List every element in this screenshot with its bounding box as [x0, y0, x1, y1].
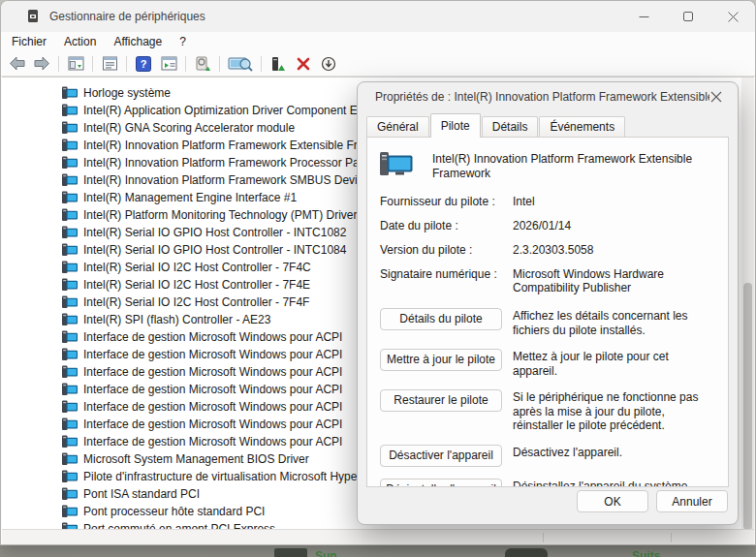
tree-item-label: Intel(R) Serial IO GPIO Host Controller …	[83, 243, 346, 257]
svg-text:?: ?	[141, 58, 147, 70]
tree-item-label: Horloge système	[83, 86, 171, 100]
driver-action-button[interactable]: Détails du pilote	[380, 308, 502, 330]
menu-item[interactable]: Action	[55, 33, 105, 50]
toolbar: ?	[1, 51, 755, 77]
action-row: Mettre à jour le pilote Mettez à jour le…	[380, 349, 716, 378]
disable-device-icon[interactable]	[318, 54, 339, 74]
tree-item-label: Interface de gestion Microsoft Windows p…	[83, 435, 342, 449]
menubar: FichierActionAffichage?	[1, 32, 755, 51]
driver-action-button[interactable]: Désactiver l'appareil	[380, 445, 502, 467]
driver-action-button[interactable]: Mettre à jour le pilote	[380, 349, 502, 371]
driver-action-description: Désinstallez l'appareil du système (avan…	[513, 479, 716, 488]
dialog-tab[interactable]: Général	[366, 116, 429, 137]
device-manager-app-icon	[25, 9, 41, 24]
back-icon[interactable]	[6, 54, 27, 74]
tree-item-label: Pont processeur hôte standard PCI	[83, 505, 265, 518]
system-device-icon	[62, 226, 78, 239]
close-button[interactable]	[710, 1, 755, 32]
tree-item-label: Intel(R) Innovation Platform Framework S…	[83, 173, 369, 187]
system-device-icon	[62, 487, 78, 501]
scan-computer-icon[interactable]	[226, 54, 255, 74]
tree-item-label: Microsoft System Management BIOS Driver	[83, 452, 309, 466]
help-icon[interactable]: ?	[133, 54, 154, 74]
system-device-icon	[62, 452, 78, 466]
tree-item-label: Intel(R) SPI (flash) Controller - AE23	[83, 313, 270, 326]
menu-item[interactable]: Affichage	[105, 33, 171, 50]
system-device-icon	[62, 365, 78, 379]
toolbar-separator	[126, 56, 127, 72]
menu-item[interactable]: Fichier	[3, 33, 55, 50]
field-value: 2026/01/14	[513, 219, 716, 232]
system-device-icon	[62, 121, 78, 135]
forward-icon[interactable]	[31, 54, 52, 74]
system-device-icon	[62, 173, 78, 187]
tree-item-label: Pont ISA standard PCI	[83, 487, 200, 501]
field-label: Signataire numérique :	[380, 267, 513, 294]
driver-fields: Fournisseur du pilote : Intel Date du pi…	[380, 195, 716, 294]
minimize-button[interactable]	[621, 1, 666, 32]
system-device-icon	[62, 330, 78, 344]
tree-scrollbar[interactable]	[741, 77, 754, 531]
field-row: Date du pilote : 2026/01/14	[380, 219, 716, 232]
screen: { "window": { "title": "Gestionnaire de …	[0, 0, 756, 557]
tree-item-label: Interface de gestion Microsoft Windows p…	[83, 348, 342, 361]
desktop-icon-label: Sun	[315, 549, 337, 557]
system-device-icon	[62, 139, 78, 152]
action-pane-icon[interactable]	[158, 54, 179, 74]
field-row: Signataire numérique : Microsoft Windows…	[380, 267, 716, 294]
uninstall-device-icon[interactable]	[293, 54, 314, 74]
system-device-icon	[62, 261, 78, 274]
tree-scrollbar-thumb[interactable]	[743, 283, 752, 530]
titlebar[interactable]: Gestionnaire de périphériques	[1, 1, 755, 32]
system-device-icon	[62, 86, 78, 100]
system-device-icon	[62, 191, 78, 204]
toolbar-separator	[261, 56, 262, 72]
field-value: Microsoft Windows Hardware Compatibility…	[513, 267, 716, 294]
action-row: Désinstaller l'appareil Désinstallez l'a…	[380, 479, 716, 488]
properties-icon[interactable]	[99, 54, 120, 74]
cancel-button[interactable]: Annuler	[656, 490, 728, 512]
system-device-icon	[62, 243, 78, 257]
system-device-icon	[62, 470, 78, 483]
update-driver-icon[interactable]	[268, 54, 289, 74]
dialog-tab[interactable]: Pilote	[430, 113, 481, 138]
console-tree-icon[interactable]	[65, 54, 86, 74]
dialog-tabs: Général Pilote Détails Événements	[358, 111, 738, 137]
dialog-title: Propriétés de : Intel(R) Innovation Plat…	[375, 90, 709, 104]
driver-action-button[interactable]: Désinstaller l'appareil	[380, 479, 502, 488]
field-value: 2.3.20303.5058	[513, 243, 716, 257]
maximize-button[interactable]	[666, 1, 710, 32]
dialog-close-icon[interactable]	[709, 89, 724, 105]
system-device-icon	[62, 295, 78, 309]
ok-button[interactable]: OK	[577, 490, 648, 512]
scan-hardware-changes-icon[interactable]	[192, 54, 213, 74]
toolbar-separator	[185, 56, 186, 72]
system-device-icon	[62, 400, 78, 414]
action-row: Restaurer le pilote Si le périphérique n…	[380, 389, 716, 433]
toolbar-separator	[58, 56, 59, 72]
tree-item-label: Interface de gestion Microsoft Windows p…	[83, 365, 342, 379]
system-device-icon	[62, 435, 78, 449]
dialog-tab[interactable]: Événements	[539, 116, 625, 137]
desktop-icon[interactable]	[274, 548, 307, 557]
tree-item-label: Intel(R) Serial IO I2C Host Controller -…	[83, 278, 310, 292]
tree-item-label: Intel(R) Serial IO I2C Host Controller -…	[83, 295, 309, 309]
driver-action-button[interactable]: Restaurer le pilote	[380, 389, 502, 412]
field-row: Fournisseur du pilote : Intel	[380, 195, 716, 208]
desktop-strip: Sun Suits	[0, 545, 756, 557]
driver-actions: Détails du pilote Affichez les détails c…	[380, 308, 716, 487]
system-device-icon	[62, 278, 78, 292]
computer-icon	[380, 150, 415, 177]
tree-item-label: Intel(R) Serial IO I2C Host Controller -…	[83, 261, 311, 274]
window-title: Gestionnaire de périphériques	[49, 10, 205, 23]
menu-item[interactable]: ?	[171, 33, 195, 50]
tree-item-label: Pilote d'infrastructure de virtualisatio…	[83, 470, 372, 483]
toolbar-separator	[92, 56, 93, 72]
desktop-icon[interactable]	[505, 548, 548, 557]
action-row: Détails du pilote Affichez les détails c…	[380, 308, 716, 337]
tree-item-label: Intel(R) Serial IO GPIO Host Controller …	[83, 226, 346, 239]
driver-action-description: Mettez à jour le pilote pour cet apparei…	[513, 349, 716, 378]
dialog-titlebar[interactable]: Propriétés de : Intel(R) Innovation Plat…	[358, 82, 738, 111]
dialog-tab[interactable]: Détails	[482, 116, 539, 137]
statusbar-divider	[543, 533, 544, 542]
